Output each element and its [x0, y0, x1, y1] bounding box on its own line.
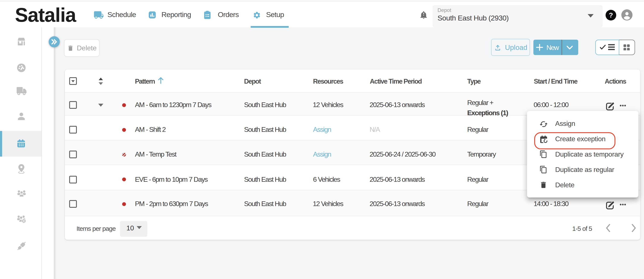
svg-text:New: New — [546, 43, 559, 51]
